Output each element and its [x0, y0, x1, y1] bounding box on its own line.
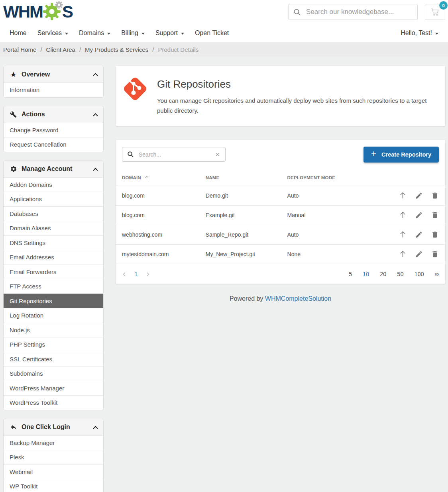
sidebar-item-ftp-access[interactable]: FTP Access — [4, 279, 103, 294]
pagination: ‹ 1 › 5 10 20 50 100 ∞ — [116, 264, 445, 284]
sidebar-item-label: Email Forwarders — [10, 269, 57, 275]
page-size-50[interactable]: 50 — [397, 271, 403, 277]
sidebar-item-subdomains[interactable]: Subdomains — [4, 366, 103, 381]
panel-header-manage-account[interactable]: Manage Account — [4, 161, 103, 177]
footer: Powered by WHMCompleteSolution — [116, 295, 445, 315]
panel-actions: Actions Change Password Request Cancella… — [3, 106, 104, 152]
nav-item-open-ticket[interactable]: Open Ticket — [195, 29, 229, 37]
sidebar-item-plesk[interactable]: Plesk — [4, 450, 103, 465]
sidebar-item-dns-settings[interactable]: DNS Settings — [4, 235, 103, 250]
page-size-100[interactable]: 100 — [414, 271, 424, 277]
delete-button[interactable] — [431, 231, 439, 239]
sidebar-item-label: Webmail — [10, 468, 33, 475]
panel-manage-account: Manage Account Addon Domains Application… — [3, 161, 104, 410]
search-icon — [293, 8, 301, 16]
deploy-button[interactable] — [399, 191, 407, 200]
sidebar-item-email-addresses[interactable]: Email Addresses — [4, 250, 103, 265]
column-header-deployment-mode[interactable]: DEPLOYMENT MODE — [281, 169, 392, 186]
previous-page-icon[interactable]: ‹ — [122, 270, 126, 278]
sort-ascending-icon — [144, 175, 149, 181]
page-size-10[interactable]: 10 — [363, 271, 369, 277]
knowledgebase-search-input[interactable] — [305, 8, 413, 16]
sidebar-item-label: Databases — [10, 210, 38, 217]
sidebar-item-label: Request Cancellation — [10, 141, 67, 148]
breadcrumb-client-area[interactable]: Client Area — [46, 46, 75, 53]
delete-button[interactable] — [431, 250, 439, 258]
current-page[interactable]: 1 — [134, 271, 138, 277]
column-label: DOMAIN — [122, 175, 141, 180]
panel-title: Actions — [22, 111, 45, 118]
page-header-card: Git Repositories You can manage Git repo… — [116, 66, 445, 126]
breadcrumb-my-products[interactable]: My Products & Services — [85, 46, 148, 53]
sidebar-item-request-cancellation[interactable]: Request Cancellation — [4, 137, 103, 152]
sidebar-item-wordpress-toolkit[interactable]: WordPress Toolkit — [4, 395, 103, 410]
nav-item-home[interactable]: Home — [10, 29, 27, 37]
sidebar-item-information[interactable]: Information — [4, 82, 103, 97]
sidebar-item-label: FTP Access — [10, 283, 41, 290]
sidebar-item-change-password[interactable]: Change Password — [4, 123, 103, 137]
panel-header-one-click-login[interactable]: One Click Login — [4, 419, 103, 435]
whmcompletesolution-link[interactable]: WHMCompleteSolution — [265, 295, 331, 302]
chevron-down-icon — [181, 33, 184, 35]
column-header-domain[interactable]: DOMAIN — [116, 169, 199, 186]
edit-button[interactable] — [415, 250, 423, 258]
create-repository-button[interactable]: + Create Repository — [364, 147, 439, 163]
edit-button[interactable] — [415, 211, 423, 219]
sidebar-item-label: Subdomains — [10, 370, 43, 377]
edit-button[interactable] — [415, 231, 423, 239]
delete-button[interactable] — [431, 211, 439, 219]
page-title: Git Repositories — [157, 78, 432, 90]
sidebar-item-nodejs[interactable]: Node.js — [4, 323, 103, 337]
sidebar-item-wp-toolkit[interactable]: WP Toolkit — [4, 479, 103, 492]
column-label: DEPLOYMENT MODE — [287, 175, 336, 180]
sidebar-item-databases[interactable]: Databases — [4, 206, 103, 221]
sidebar-item-backup-manager[interactable]: Backup Manager — [4, 435, 103, 450]
page-size-5[interactable]: 5 — [349, 271, 352, 277]
nav-item-support[interactable]: Support — [155, 29, 184, 37]
gear-icon — [10, 165, 17, 172]
table-row: mytestdomain.com My_New_Project.git None — [116, 244, 445, 264]
delete-button[interactable] — [431, 192, 439, 200]
sidebar-item-label: PHP Settings — [10, 341, 45, 348]
sidebar-item-php-settings[interactable]: PHP Settings — [4, 337, 103, 352]
page-size-20[interactable]: 20 — [380, 271, 386, 277]
sidebar-item-addon-domains[interactable]: Addon Domains — [4, 177, 103, 192]
sidebar-item-label: Addon Domains — [10, 181, 52, 188]
sidebar-item-email-forwarders[interactable]: Email Forwarders — [4, 265, 103, 279]
whmcs-logo[interactable]: WHM S — [3, 0, 73, 24]
deploy-button[interactable] — [399, 211, 407, 219]
panel-header-overview[interactable]: ★ Overview — [4, 66, 103, 82]
sidebar-item-domain-aliases[interactable]: Domain Aliases — [4, 221, 103, 235]
panel-title: Overview — [22, 71, 50, 78]
edit-button[interactable] — [415, 192, 423, 200]
column-header-name[interactable]: NAME — [199, 169, 281, 186]
clear-search-icon[interactable]: × — [214, 151, 220, 158]
nav-label: Services — [37, 29, 62, 37]
account-menu[interactable]: Hello, Test! — [401, 29, 438, 37]
page-description: You can manage Git repositories and auto… — [157, 96, 432, 116]
breadcrumb-portal-home[interactable]: Portal Home — [3, 46, 36, 53]
next-page-icon[interactable]: › — [145, 270, 150, 278]
deploy-button[interactable] — [399, 250, 407, 258]
nav-label: Home — [10, 29, 27, 37]
deploy-button[interactable] — [399, 230, 407, 239]
sidebar-item-label: DNS Settings — [10, 239, 45, 246]
sidebar-item-ssl-certificates[interactable]: SSL Certificates — [4, 352, 103, 367]
sidebar-item-label: Git Repositories — [10, 298, 52, 304]
sidebar-item-label: Change Password — [10, 127, 59, 133]
cell-domain: blog.com — [116, 205, 199, 225]
table-search-input[interactable] — [138, 151, 214, 158]
cart-button[interactable]: 0 — [425, 4, 445, 20]
panel-header-actions[interactable]: Actions — [4, 106, 103, 123]
nav-label: Billing — [121, 29, 138, 37]
sidebar-item-git-repositories[interactable]: Git Repositories — [4, 294, 103, 308]
sidebar-item-applications[interactable]: Applications — [4, 192, 103, 206]
table-row: webhosting.com Sample_Repo.git Auto — [116, 225, 445, 244]
page-size-unlimited[interactable]: ∞ — [435, 271, 439, 277]
sidebar-item-wordpress-manager[interactable]: WordPress Manager — [4, 381, 103, 396]
nav-item-domains[interactable]: Domains — [79, 29, 110, 37]
nav-item-services[interactable]: Services — [37, 29, 68, 37]
sidebar-item-log-rotation[interactable]: Log Rotation — [4, 308, 103, 323]
nav-item-billing[interactable]: Billing — [121, 29, 145, 37]
sidebar-item-webmail[interactable]: Webmail — [4, 465, 103, 479]
